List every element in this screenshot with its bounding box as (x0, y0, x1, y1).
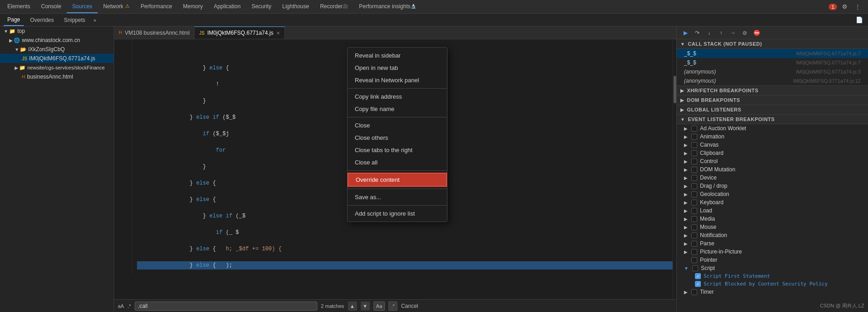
bp-timer-check[interactable] (691, 289, 697, 295)
sources-tab-overrides[interactable]: Overrides (26, 14, 58, 26)
sidebar-item-html-file[interactable]: H businessAnnc.html (0, 72, 114, 81)
bp-control[interactable]: ▶ Control (677, 157, 868, 165)
more-icon[interactable]: ⋮ (852, 2, 863, 12)
event-listener-header[interactable]: ▼ Event Listener Breakpoints (677, 115, 868, 124)
bp-notif-check[interactable] (691, 233, 697, 238)
bp-ptr-check[interactable] (691, 257, 697, 263)
bp-media[interactable]: ▶ Media (677, 215, 868, 223)
ctx-override-content[interactable]: Override content (347, 173, 447, 187)
bp-anim-check[interactable] (691, 134, 697, 140)
xhr-header[interactable]: ▶ XHR/fetch Breakpoints (677, 86, 868, 95)
ctx-reveal-sidebar[interactable]: Reveal in sidebar (347, 49, 447, 62)
bp-media-check[interactable] (691, 216, 697, 222)
tab-elements[interactable]: Elements (2, 0, 36, 13)
sidebar-item-chinastock[interactable]: ▶ 🌐 www.chinastock.com.cn (0, 36, 114, 45)
ctx-reveal-network[interactable]: Reveal in Network panel (347, 74, 447, 86)
ctx-close[interactable]: Close (347, 119, 447, 132)
bp-script-blocked[interactable]: ✓ Script Blocked by Content Security Pol… (677, 280, 868, 288)
ctx-close-others[interactable]: Close others (347, 132, 447, 144)
call-entry-1[interactable]: _$_$ IM0jQktM6FSQ.6771a74.js:7 (677, 49, 868, 58)
call-stack-header[interactable]: ▼ Call Stack (not paused) (677, 39, 868, 49)
dom-header[interactable]: ▶ DOM Breakpoints (677, 95, 868, 105)
case-match-button[interactable]: Aa (374, 301, 385, 311)
ctx-close-tabs-right[interactable]: Close tabs to the right (347, 144, 447, 156)
bp-sfs-check[interactable]: ✓ (695, 273, 701, 279)
next-match-button[interactable]: ▼ (361, 301, 370, 311)
bp-geo-check[interactable] (691, 191, 697, 197)
resume-btn[interactable]: ▶ (680, 28, 690, 38)
ctx-copy-filename[interactable]: Copy file name (347, 103, 447, 115)
tab-console[interactable]: Console (36, 0, 67, 13)
bp-pip-check[interactable] (691, 249, 697, 255)
bp-pip[interactable]: ▶ Picture-in-Picture (677, 248, 868, 256)
bp-sbcsp-check[interactable]: ✓ (695, 281, 701, 287)
sidebar-item-stockfinance[interactable]: ▶ 📁 newsite/cgs-services/stockFinance (0, 63, 114, 72)
bp-ad-auction[interactable]: ▶ Ad Auction Worklet (677, 124, 868, 132)
bp-canvas[interactable]: ▶ Canvas (677, 141, 868, 149)
bp-mouse-check[interactable] (691, 224, 697, 230)
sidebar-item-js-file[interactable]: JS IM0jQktM6FSQ.6771a74.js (0, 54, 114, 63)
bp-clip-check[interactable] (691, 150, 697, 156)
sidebar-item-ixkzon[interactable]: ▼ 📂 iXkZonSIgCbQ (0, 45, 114, 54)
bp-dev-check[interactable] (691, 175, 697, 181)
global-listeners-header[interactable]: ▶ Global Listeners (677, 105, 868, 115)
tab-performance-insights[interactable]: Performance insights 🔬 (353, 0, 421, 13)
call-entry-4[interactable]: (anonymous) IM0jQktM6FSQ.6771a74.js:12 (677, 76, 868, 85)
pause-exceptions-btn[interactable]: ⛔ (752, 28, 762, 38)
bp-pointer[interactable]: ▶ Pointer (677, 256, 868, 264)
ctx-save-as[interactable]: Save as... (347, 191, 447, 203)
bp-animation[interactable]: ▶ Animation (677, 132, 868, 141)
bp-script-row[interactable]: ▼ Script (677, 264, 868, 272)
bp-notification[interactable]: ▶ Notification (677, 231, 868, 239)
ctx-open-new-tab[interactable]: Open in new tab (347, 62, 447, 74)
bp-ctrl-check[interactable] (691, 159, 697, 164)
regex-button[interactable]: .* (389, 301, 397, 311)
vertical-scrollbar[interactable] (673, 39, 676, 299)
bp-load-check[interactable] (691, 208, 697, 214)
cancel-search-button[interactable]: Cancel (401, 303, 418, 309)
bp-canvas-check[interactable] (691, 142, 697, 148)
ctx-copy-link[interactable]: Copy link address (347, 90, 447, 103)
search-input[interactable] (138, 303, 314, 309)
prev-match-button[interactable]: ▲ (348, 301, 357, 311)
bp-keyboard[interactable]: ▶ Keyboard (677, 198, 868, 206)
bp-parse-check[interactable] (691, 241, 697, 247)
tab-lighthouse[interactable]: Lighthouse (277, 0, 315, 13)
step-btn[interactable]: → (728, 28, 738, 38)
sources-tabs-more[interactable]: » (92, 16, 98, 24)
call-entry-3[interactable]: (anonymous) IM0jQktM6FSQ.6771a74.js:3 (677, 67, 868, 76)
call-entry-2[interactable]: _$_$ IM0jQktM6FSQ.6771a74.js:7 (677, 58, 868, 67)
step-into-btn[interactable]: ↓ (704, 28, 714, 38)
tab-sources[interactable]: Sources (67, 0, 98, 13)
bp-ad-check[interactable] (691, 126, 697, 132)
bp-script-first[interactable]: ✓ Script First Statement (677, 272, 868, 280)
tab-application[interactable]: Application (208, 0, 246, 13)
sources-tab-snippets[interactable]: Snippets (60, 14, 89, 26)
file-tab-imoj[interactable]: JS IM0jQktM6FSQ.6771a74.js ✕ (195, 26, 284, 39)
tab-memory[interactable]: Memory (178, 0, 208, 13)
sidebar-item-top[interactable]: ▼ 📁 top (0, 26, 114, 36)
step-over-btn[interactable]: ↷ (692, 28, 702, 38)
ctx-close-all[interactable]: Close all (347, 156, 447, 169)
tab-network[interactable]: Network ⚠ (98, 0, 135, 13)
close-tab-icon[interactable]: ✕ (276, 31, 280, 36)
bp-parse[interactable]: ▶ Parse (677, 239, 868, 248)
bp-load[interactable]: ▶ Load (677, 206, 868, 215)
deactivate-bp-btn[interactable]: ⊘ (740, 28, 750, 38)
file-tab-vm108[interactable]: H VM108 businessAnnc.html (114, 26, 195, 39)
bp-device[interactable]: ▶ Device (677, 174, 868, 182)
bp-drag-check[interactable] (691, 183, 697, 189)
tab-performance[interactable]: Performance (135, 0, 178, 13)
step-out-btn[interactable]: ↑ (716, 28, 726, 38)
bp-mouse[interactable]: ▶ Mouse (677, 223, 868, 231)
sources-tab-page[interactable]: Page (4, 14, 24, 26)
bp-clipboard[interactable]: ▶ Clipboard (677, 149, 868, 157)
bp-kb-check[interactable] (691, 200, 697, 206)
settings-icon[interactable]: ⚙ (840, 2, 850, 12)
bp-timer[interactable]: ▶ Timer (677, 288, 868, 296)
tab-security[interactable]: Security (246, 0, 277, 13)
bp-script-check[interactable] (692, 265, 698, 271)
tab-recorder[interactable]: Recorder 🎥 (315, 0, 353, 13)
bp-dom-mutation[interactable]: ▶ DOM Mutation (677, 165, 868, 174)
new-snippet-icon[interactable]: 📄 (854, 15, 864, 25)
